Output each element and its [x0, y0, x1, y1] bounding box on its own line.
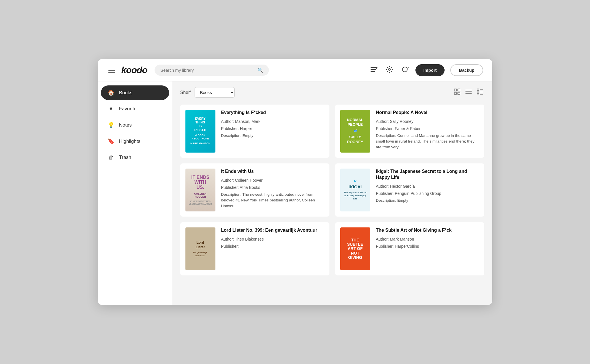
book-publisher: Publisher: Penguin Publishing Group	[376, 191, 479, 197]
book-info: Normal People: A Novel Author: Sally Roo…	[376, 110, 479, 150]
book-cover-image: LordLister De gevaarlijkAvontuur	[185, 227, 215, 270]
view-toggles	[453, 87, 484, 97]
book-cover-image: IT ENDSWITHUS. COLLEENHOOVER #1 NEW YORK…	[185, 169, 215, 211]
sidebar-item-favorite[interactable]: ♥ Favorite	[101, 102, 169, 116]
svg-rect-4	[454, 89, 457, 91]
bookmark-icon: 🔖	[108, 138, 115, 145]
book-cover-ikigai: 🐦 IKIGAI The Japanese Secretto a Long an…	[340, 169, 370, 211]
book-description: Description: Empty	[221, 133, 324, 139]
book-cover-image: 🐦 IKIGAI The Japanese Secretto a Long an…	[340, 169, 370, 211]
import-button[interactable]: Import	[415, 64, 445, 76]
svg-point-3	[388, 68, 390, 70]
book-card-it-ends-with-us[interactable]: IT ENDSWITHUS. COLLEENHOOVER #1 NEW YORK…	[180, 163, 329, 217]
book-author: Author: Mark Manson	[376, 236, 479, 242]
sort-icon[interactable]	[369, 65, 379, 75]
svg-rect-13	[477, 91, 479, 93]
app-window: koodo 🔍	[98, 59, 492, 305]
book-title: Ikigai: The Japanese Secret to a Long an…	[376, 169, 479, 181]
search-input[interactable]	[160, 68, 255, 73]
shelf-label: Shelf	[180, 90, 191, 95]
shelf-selector: Shelf Books My Shelf Reading Finished	[180, 87, 235, 98]
content-area: Shelf Books My Shelf Reading Finished	[172, 81, 492, 305]
book-author: Author: Colleen Hoover	[221, 177, 324, 183]
svg-rect-6	[454, 92, 457, 95]
header: koodo 🔍	[98, 59, 492, 81]
book-card-everything-fcked[interactable]: EVERYTHINGISF*CKED A BOOKABOUT HOPE MARK…	[180, 105, 329, 158]
book-cover-everything-fcked: EVERYTHINGISF*CKED A BOOKABOUT HOPE MARK…	[185, 110, 215, 153]
book-description: Description: The newest, highly anticipa…	[221, 192, 324, 209]
list-view-button[interactable]	[464, 87, 473, 97]
book-title: The Subtle Art of Not Giving a F*ck	[376, 227, 479, 233]
book-card-lord-lister[interactable]: LordLister De gevaarlijkAvontuur Lord Li…	[180, 222, 329, 275]
book-author: Author: Theo Blakensee	[221, 236, 324, 242]
svg-rect-5	[458, 89, 460, 91]
book-author: Author: Héctor García	[376, 183, 479, 189]
book-author: Author: Manson, Mark	[221, 119, 324, 125]
book-info: Ikigai: The Japanese Secret to a Long an…	[376, 169, 479, 203]
home-icon: 🏠	[108, 89, 115, 96]
book-publisher: Publisher: Harper	[221, 126, 324, 132]
book-cover-it-ends-with-us: IT ENDSWITHUS. COLLEENHOOVER #1 NEW YORK…	[185, 169, 215, 211]
book-card-ikigai[interactable]: 🐦 IKIGAI The Japanese Secretto a Long an…	[335, 163, 484, 217]
backup-button[interactable]: Backup	[450, 64, 483, 76]
sidebar-item-notes-label: Notes	[119, 122, 132, 128]
sidebar-item-books-label: Books	[119, 90, 133, 96]
sidebar-item-notes[interactable]: 💡 Notes	[101, 118, 169, 132]
search-bar: 🔍	[155, 65, 269, 76]
book-title: It Ends with Us	[221, 169, 324, 175]
trash-icon: 🗑	[108, 154, 115, 161]
book-card-normal-people[interactable]: NORMALPEOPLE 🥣 SALLYROONEY Normal People…	[335, 105, 484, 158]
sidebar-item-favorite-label: Favorite	[119, 106, 137, 112]
book-cover-image: NORMALPEOPLE 🥣 SALLYROONEY	[340, 110, 370, 153]
sidebar-item-trash[interactable]: 🗑 Trash	[101, 150, 169, 165]
header-actions: Import Backup	[369, 64, 483, 76]
settings-icon[interactable]	[385, 65, 394, 76]
svg-rect-7	[458, 92, 460, 95]
sidebar-item-highlights-label: Highlights	[119, 139, 141, 144]
svg-rect-15	[477, 93, 479, 95]
svg-rect-11	[477, 89, 479, 91]
main-layout: 🏠 Books ♥ Favorite 💡 Notes 🔖 Highlights …	[98, 81, 492, 305]
sidebar-item-trash-label: Trash	[119, 155, 131, 160]
books-grid: EVERYTHINGISF*CKED A BOOKABOUT HOPE MARK…	[180, 105, 484, 275]
book-info: Lord Lister No. 399: Een gevaarlijk Avon…	[221, 227, 324, 251]
heart-icon: ♥	[108, 106, 115, 112]
shelf-select[interactable]: Books My Shelf Reading Finished	[195, 87, 235, 98]
book-publisher: Publisher: Atria Books	[221, 185, 324, 191]
book-title: Everything Is F*cked	[221, 110, 324, 116]
book-cover-image: EVERYTHINGISF*CKED A BOOKABOUT HOPE MARK…	[185, 110, 215, 153]
book-author: Author: Sally Rooney	[376, 119, 479, 125]
search-icon: 🔍	[257, 67, 263, 73]
shelf-row: Shelf Books My Shelf Reading Finished	[180, 87, 484, 98]
book-publisher: Publisher:	[221, 243, 324, 249]
book-info: It Ends with Us Author: Colleen Hoover P…	[221, 169, 324, 209]
sidebar-item-books[interactable]: 🏠 Books	[101, 85, 169, 100]
book-cover-subtle-art: THESUBTLEART OFNOTGIVING	[340, 227, 370, 270]
book-cover-image: THESUBTLEART OFNOTGIVING	[340, 227, 370, 270]
book-card-subtle-art[interactable]: THESUBTLEART OFNOTGIVING The Subtle Art …	[335, 222, 484, 275]
book-info: The Subtle Art of Not Giving a F*ck Auth…	[376, 227, 479, 251]
bulb-icon: 💡	[108, 122, 115, 128]
book-title: Normal People: A Novel	[376, 110, 479, 116]
sidebar: 🏠 Books ♥ Favorite 💡 Notes 🔖 Highlights …	[98, 81, 172, 305]
book-info: Everything Is F*cked Author: Manson, Mar…	[221, 110, 324, 139]
book-cover-lord-lister: LordLister De gevaarlijkAvontuur	[185, 227, 215, 270]
book-description: Description: Connell and Marianne grow u…	[376, 133, 479, 150]
grid-view-button[interactable]	[453, 87, 461, 97]
book-title: Lord Lister No. 399: Een gevaarlijk Avon…	[221, 227, 324, 233]
book-description: Description: Empty	[376, 198, 479, 203]
refresh-icon[interactable]	[400, 65, 410, 76]
book-cover-normal-people: NORMALPEOPLE 🥣 SALLYROONEY	[340, 110, 370, 153]
sidebar-item-highlights[interactable]: 🔖 Highlights	[101, 134, 169, 149]
detail-view-button[interactable]	[476, 87, 484, 97]
app-logo: koodo	[121, 65, 147, 75]
book-publisher: Publisher: Faber & Faber	[376, 126, 479, 132]
hamburger-icon[interactable]	[107, 67, 116, 74]
book-publisher: Publisher: HarperCollins	[376, 243, 479, 249]
